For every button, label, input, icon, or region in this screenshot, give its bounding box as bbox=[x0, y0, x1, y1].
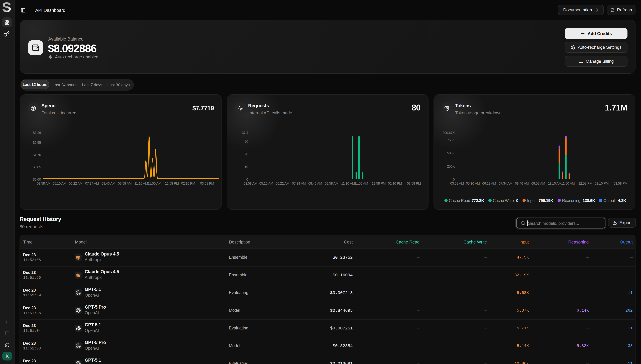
svg-text:03:58 AM: 03:58 AM bbox=[244, 182, 257, 185]
svg-text:500K: 500K bbox=[447, 151, 455, 155]
svg-text:03:58 PM: 03:58 PM bbox=[200, 182, 214, 185]
svg-text:02:10 PM: 02:10 PM bbox=[388, 182, 402, 185]
svg-text:06:22 AM: 06:22 AM bbox=[69, 182, 82, 185]
svg-text:05:10 AM: 05:10 AM bbox=[52, 182, 66, 185]
svg-text:$1.70: $1.70 bbox=[33, 153, 41, 157]
svg-text:07:34 AM: 07:34 AM bbox=[498, 182, 512, 185]
svg-text:08:46 AM: 08:46 AM bbox=[308, 182, 322, 185]
svg-text:10: 10 bbox=[244, 165, 248, 168]
svg-text:11:50 AM: 11:50 AM bbox=[561, 182, 575, 185]
svg-text:Cache Write: Cache Write bbox=[493, 198, 514, 203]
svg-text:0: 0 bbox=[453, 178, 455, 181]
svg-text:03:58 AM: 03:58 AM bbox=[37, 182, 50, 185]
svg-text:12:58 PM: 12:58 PM bbox=[578, 182, 592, 185]
svg-text:772.8K: 772.8K bbox=[472, 198, 484, 203]
svg-text:Cache Read: Cache Read bbox=[449, 198, 470, 203]
svg-text:20: 20 bbox=[244, 152, 248, 156]
svg-text:11:50 AM: 11:50 AM bbox=[354, 182, 368, 185]
svg-text:11:10 AM: 11:10 AM bbox=[341, 182, 355, 185]
svg-text:05:10 AM: 05:10 AM bbox=[259, 182, 273, 185]
svg-text:$3.26: $3.26 bbox=[33, 131, 41, 134]
svg-text:08:46 AM: 08:46 AM bbox=[515, 182, 529, 185]
svg-text:08:46 AM: 08:46 AM bbox=[102, 182, 115, 185]
svg-text:Input: Input bbox=[527, 198, 536, 203]
svg-text:02:10 PM: 02:10 PM bbox=[594, 182, 608, 185]
svg-text:4.2K: 4.2K bbox=[618, 198, 626, 203]
svg-text:12:58 PM: 12:58 PM bbox=[165, 182, 179, 185]
svg-text:$0.00: $0.00 bbox=[33, 178, 41, 181]
svg-text:900.67K: 900.67K bbox=[442, 131, 455, 134]
svg-text:03:58 AM: 03:58 AM bbox=[450, 182, 464, 185]
svg-text:Output: Output bbox=[604, 198, 615, 203]
svg-text:02:10 PM: 02:10 PM bbox=[181, 182, 195, 185]
svg-text:06:22 AM: 06:22 AM bbox=[482, 182, 496, 185]
svg-text:03:58 PM: 03:58 PM bbox=[407, 182, 421, 185]
svg-text:$2.55: $2.55 bbox=[33, 140, 41, 144]
svg-text:11:10 AM: 11:10 AM bbox=[134, 182, 148, 185]
svg-text:07:34 AM: 07:34 AM bbox=[85, 182, 99, 185]
svg-text:11:10 AM: 11:10 AM bbox=[548, 182, 562, 185]
svg-text:250K: 250K bbox=[447, 164, 455, 168]
svg-text:11:50 AM: 11:50 AM bbox=[148, 182, 161, 185]
svg-text:796.19K: 796.19K bbox=[538, 198, 553, 203]
svg-text:03:58 PM: 03:58 PM bbox=[614, 182, 628, 185]
svg-text:S: S bbox=[2, 2, 11, 13]
svg-text:0: 0 bbox=[246, 178, 248, 181]
svg-text:12:58 PM: 12:58 PM bbox=[372, 182, 386, 185]
svg-text:$0.85: $0.85 bbox=[33, 165, 41, 169]
svg-text:750K: 750K bbox=[447, 138, 455, 142]
svg-text:09:58 AM: 09:58 AM bbox=[531, 182, 545, 185]
svg-text:37.4: 37.4 bbox=[242, 131, 248, 134]
svg-text:0: 0 bbox=[516, 198, 518, 203]
svg-text:09:58 AM: 09:58 AM bbox=[118, 182, 132, 185]
svg-text:Reasoning: Reasoning bbox=[562, 198, 580, 203]
svg-text:06:22 AM: 06:22 AM bbox=[276, 182, 289, 185]
svg-text:138.6K: 138.6K bbox=[582, 198, 595, 203]
svg-text:07:34 AM: 07:34 AM bbox=[292, 182, 306, 185]
svg-text:05:10 AM: 05:10 AM bbox=[466, 182, 480, 185]
svg-text:30: 30 bbox=[244, 139, 248, 143]
svg-text:09:58 AM: 09:58 AM bbox=[324, 182, 338, 185]
